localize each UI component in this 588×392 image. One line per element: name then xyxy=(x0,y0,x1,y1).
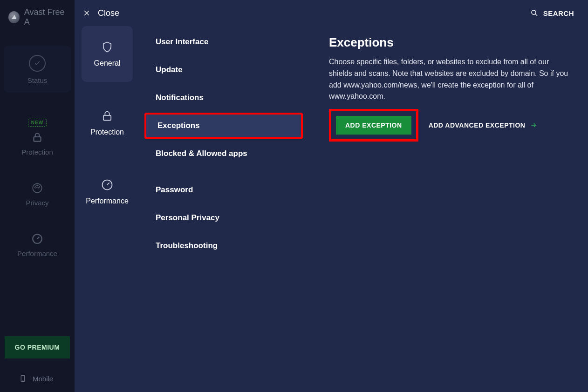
close-icon xyxy=(83,9,90,17)
page-title: Exceptions xyxy=(329,35,574,50)
nav-privacy[interactable]: Privacy xyxy=(5,182,70,207)
submenu-privacy-label: Personal Privacy xyxy=(156,213,219,222)
mobile-icon xyxy=(19,374,27,383)
nav-performance[interactable]: Performance xyxy=(5,233,70,257)
submenu-user-interface[interactable]: User Interface xyxy=(144,29,303,55)
svg-rect-0 xyxy=(34,137,41,142)
category-protection[interactable]: Protection xyxy=(82,95,133,151)
svg-point-5 xyxy=(532,10,536,14)
submenu-password[interactable]: Password xyxy=(144,177,303,203)
nav-column: Status NEW Protection Privacy Performanc… xyxy=(0,46,75,257)
submenu-troubleshoot-label: Troubleshooting xyxy=(156,241,218,250)
category-general[interactable]: General xyxy=(82,26,133,82)
nav-privacy-label: Privacy xyxy=(26,199,48,207)
svg-point-1 xyxy=(33,183,42,193)
submenu-notifications[interactable]: Notifications xyxy=(144,85,303,111)
go-premium-button[interactable]: GO PREMIUM xyxy=(5,336,70,358)
lock-icon xyxy=(31,131,43,143)
search-icon xyxy=(530,9,539,17)
submenu-notifications-label: Notifications xyxy=(156,93,204,102)
gauge-icon xyxy=(101,178,114,191)
category-performance-label: Performance xyxy=(86,197,129,205)
action-row: ADD EXCEPTION ADD ADVANCED EXCEPTION xyxy=(329,109,574,142)
submenu-exceptions[interactable]: Exceptions xyxy=(144,113,303,139)
svg-rect-7 xyxy=(103,115,111,121)
nav-status[interactable]: Status xyxy=(4,46,71,93)
submenu-update[interactable]: Update xyxy=(144,57,303,83)
submenu-blocked-apps[interactable]: Blocked & Allowed apps xyxy=(144,141,303,167)
settings-categories: General Protection Performance xyxy=(79,26,135,220)
shield-icon xyxy=(101,41,114,54)
highlight-frame: ADD EXCEPTION xyxy=(329,109,418,142)
settings-main: Exceptions Choose specific files, folder… xyxy=(329,35,574,142)
submenu-blocked-label: Blocked & Allowed apps xyxy=(156,149,247,158)
settings-header: Close SEARCH xyxy=(75,0,588,26)
page-description: Choose specific files, folders, or websi… xyxy=(329,56,574,102)
new-badge: NEW xyxy=(28,119,47,127)
add-exception-button[interactable]: ADD EXCEPTION xyxy=(336,116,411,135)
gauge-icon xyxy=(31,233,43,245)
add-exception-label: ADD EXCEPTION xyxy=(345,122,402,129)
app-title-row: Avast Free A xyxy=(0,0,75,32)
search-label: SEARCH xyxy=(543,9,574,17)
mobile-button[interactable]: Mobile xyxy=(0,365,75,392)
nav-protection-label: Protection xyxy=(21,148,53,156)
submenu-password-label: Password xyxy=(156,185,193,194)
fingerprint-icon xyxy=(31,182,43,194)
add-advanced-exception-button[interactable]: ADD ADVANCED EXCEPTION xyxy=(429,122,538,129)
avast-logo-icon xyxy=(8,11,20,23)
category-general-label: General xyxy=(94,59,121,68)
search-button[interactable]: SEARCH xyxy=(530,9,574,17)
add-advanced-label: ADD ADVANCED EXCEPTION xyxy=(429,122,526,129)
nav-protection[interactable]: NEW Protection xyxy=(5,119,70,156)
category-performance[interactable]: Performance xyxy=(82,164,133,220)
app-sidebar: Avast Free A Status NEW Protection Priva… xyxy=(0,0,75,392)
settings-panel: Close SEARCH General Protection Performa… xyxy=(75,0,588,392)
lock-icon xyxy=(101,109,114,122)
category-protection-label: Protection xyxy=(90,128,124,136)
close-button[interactable]: Close xyxy=(83,8,119,18)
arrow-right-icon xyxy=(530,122,537,129)
nav-performance-label: Performance xyxy=(17,250,57,257)
go-premium-label: GO PREMIUM xyxy=(15,344,60,351)
submenu-exceptions-label: Exceptions xyxy=(157,121,200,130)
submenu-privacy[interactable]: Personal Privacy xyxy=(144,205,303,231)
settings-submenu: User Interface Update Notifications Exce… xyxy=(140,29,303,259)
app-title: Avast Free A xyxy=(24,7,68,27)
submenu-update-label: Update xyxy=(156,65,183,74)
nav-status-label: Status xyxy=(27,76,48,84)
svg-line-6 xyxy=(535,14,537,16)
check-circle-icon xyxy=(29,55,46,72)
mobile-label: Mobile xyxy=(33,375,53,383)
submenu-troubleshoot[interactable]: Troubleshooting xyxy=(144,233,303,259)
close-label: Close xyxy=(98,8,119,18)
submenu-ui-label: User Interface xyxy=(156,37,208,46)
